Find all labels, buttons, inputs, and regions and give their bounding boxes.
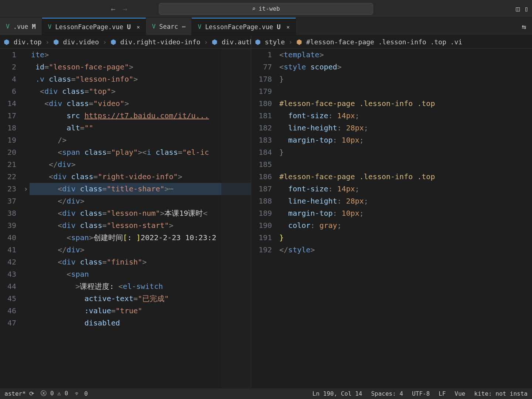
code-line[interactable]: </div> [30,244,251,256]
vue-icon: V [198,23,201,30]
fold-toggle [22,207,30,219]
code-line[interactable]: >课程进度: <el-switch [30,280,251,293]
code-line[interactable]: line-height: 28px; [278,122,532,134]
breadcrumb-item[interactable]: ⬢ div.video [53,38,99,46]
minimap-left[interactable] [221,49,251,388]
fold-toggle[interactable]: › [22,183,30,195]
tab-status: M [32,23,36,30]
tab-status: U [127,23,131,31]
code-line[interactable]: <div class="title-share">⋯ [30,183,251,195]
layout-sidebar-icon[interactable]: ▯ [524,5,528,13]
fold-toggle [22,317,30,329]
tab-overflow-icon[interactable]: ⋯ [182,23,185,30]
compare-icon[interactable]: ⇆ [522,22,526,31]
code-line[interactable]: } [278,232,532,244]
fold-toggle [22,85,30,98]
code-line[interactable]: #lesson-face-page .lesson-info .top [278,171,532,183]
code-line[interactable]: } [278,146,532,158]
fold-toggle [22,305,30,317]
code-line[interactable]: disabled [30,317,251,329]
code-line[interactable]: <style scoped> [278,61,532,73]
tab-label: Searc [159,23,178,30]
fold-toggle [22,146,30,158]
code-line[interactable]: ite> [30,49,251,61]
symbol-icon: ⬢ [4,38,10,46]
breadcrumb-item[interactable]: ⬢ div.auth [212,38,251,46]
breadcrumb-item[interactable]: ⬢ #lesson-face-page .lesson-info .top .v… [296,38,462,46]
vue-icon: V [152,23,156,30]
tab--vue[interactable]: V.vue M [0,18,42,35]
tab-status: U [277,23,280,31]
symbol-icon: ⬢ [110,38,116,46]
gutter-left: 1246141718192021222337383940414243444546… [0,49,22,388]
code-line[interactable]: <div class="finish"> [30,256,251,268]
tab-searc[interactable]: VSearc ⋯ [146,18,192,35]
nav-back-icon[interactable]: ← [111,4,115,13]
code-line[interactable]: active-text="已完成" [30,293,251,305]
eol[interactable]: LF [439,390,446,397]
code-line[interactable]: font-size: 14px; [278,183,532,195]
code-line[interactable]: margin-top: 10px; [278,134,532,146]
fold-toggle [22,110,30,122]
breadcrumb-item[interactable]: ⬢ div.right-video-info [110,38,201,46]
code-line[interactable]: #lesson-face-page .lesson-info .top [278,98,532,110]
git-branch[interactable]: aster* ⟳ [4,390,34,397]
code-line[interactable]: line-height: 28px; [278,195,532,207]
code-line[interactable]: <div class="lesson-num">本课19课时< [30,207,251,219]
nav-forward-icon[interactable]: → [123,4,127,13]
fold-toggle [22,134,30,146]
code-line[interactable]: :value="true" [30,305,251,317]
kite-status[interactable]: kite: not insta [474,390,528,397]
language-mode[interactable]: Vue [455,390,466,397]
code-line[interactable]: <div class="video"> [30,98,251,110]
fold-column[interactable]: › [22,49,30,388]
vue-icon: V [6,23,10,30]
code-line[interactable]: .v class="lesson-info"> [30,73,251,85]
breadcrumbs-left[interactable]: ⬢ div.top›⬢ div.video›⬢ div.right-video-… [0,35,251,48]
fold-toggle [22,49,30,61]
code-line[interactable]: <template> [278,49,532,61]
breadcrumbs-right[interactable]: ⬢ style›⬢ #lesson-face-page .lesson-info… [251,35,466,48]
tab-lessonfacepage-vue[interactable]: VLessonFacePage.vue U✕ [192,18,296,35]
code-line[interactable]: alt="" [30,122,251,134]
code-line[interactable] [278,158,532,171]
code-line[interactable]: <span class="play"><i class="el-ic [30,146,251,158]
code-line[interactable]: /> [30,134,251,146]
code-line[interactable]: src https://t7.baidu.com/it/u... [30,110,251,122]
code-line[interactable]: </div> [30,195,251,207]
problems[interactable]: ⓧ 0 ⚠ 0 [41,390,68,398]
fold-toggle [22,195,30,207]
code-line[interactable]: <span [30,268,251,280]
tab-label: .vue [13,23,28,30]
layout-panel-icon[interactable]: ◫ [516,5,520,13]
code-line[interactable]: font-size: 14px; [278,110,532,122]
code-line[interactable]: <div class="top"> [30,85,251,98]
code-line[interactable]: color: gray; [278,219,532,232]
code-line[interactable]: </style> [278,244,532,256]
code-line[interactable]: } [278,73,532,85]
code-line[interactable]: <div class="right-video-info"> [30,171,251,183]
code-line[interactable]: <div class="lesson-start"> [30,219,251,232]
code-line[interactable]: margin-top: 10px; [278,207,532,219]
tab-lessonfacepage-vue[interactable]: VLessonFacePage.vue U✕ [42,18,146,35]
code-area-right[interactable]: 1771781791801811821831841851861871881891… [251,49,532,388]
vue-icon: V [48,23,52,30]
close-icon[interactable]: ✕ [137,24,140,30]
command-center[interactable]: ⌕ it-web [159,3,373,15]
breadcrumb-item[interactable]: ⬢ div.top [4,38,42,46]
editor-pane-left: ⬢ div.top›⬢ div.video›⬢ div.right-video-… [0,35,251,388]
ports[interactable]: ᯤ 0 [75,390,88,397]
breadcrumb-item[interactable]: ⬢ style [255,38,285,46]
code-line[interactable] [278,85,532,98]
code-line[interactable]: <span>创建时间[: ]2022-2-23 10:23:2 [30,232,251,244]
code-area-left[interactable]: 1246141718192021222337383940414243444546… [0,49,251,388]
encoding[interactable]: UTF-8 [412,390,430,397]
fold-toggle [22,219,30,232]
cursor-position[interactable]: Ln 190, Col 14 [313,390,362,397]
fold-toggle [22,280,30,293]
indentation[interactable]: Spaces: 4 [371,390,403,397]
symbol-icon: ⬢ [296,38,302,46]
code-line[interactable]: id="lesson-face-page"> [30,61,251,73]
close-icon[interactable]: ✕ [287,24,290,30]
code-line[interactable]: </div> [30,158,251,171]
